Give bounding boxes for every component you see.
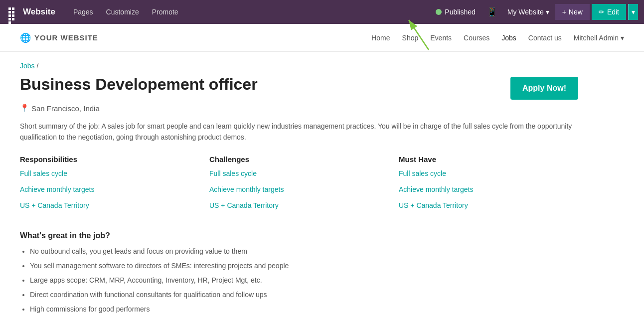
mobile-icon[interactable]: 📱 bbox=[483, 6, 501, 17]
apply-now-button[interactable]: Apply Now! bbox=[510, 77, 578, 100]
admin-bar: Website Pages Customize Promote Publishe… bbox=[0, 0, 644, 24]
list-item: No outbound calls, you get leads and foc… bbox=[30, 246, 578, 257]
admin-user-name: Mitchell Admin bbox=[574, 34, 619, 42]
whats-great-list: No outbound calls, you get leads and foc… bbox=[20, 246, 578, 315]
pin-icon: 📍 bbox=[20, 104, 29, 113]
edit-label: Edit bbox=[607, 8, 619, 16]
nav-jobs[interactable]: Jobs bbox=[501, 34, 516, 42]
list-item: Full sales cycle bbox=[399, 169, 578, 177]
site-logo: 🌐 YOUR WEBSITE bbox=[20, 32, 98, 43]
responsibilities-heading: Responsibilities bbox=[20, 155, 199, 163]
new-label: New bbox=[569, 8, 583, 16]
job-summary-text: Short summary of the job: A sales job fo… bbox=[20, 122, 572, 141]
breadcrumb-jobs[interactable]: Jobs bbox=[20, 62, 35, 70]
list-item: Direct coordination with functional cons… bbox=[30, 290, 578, 300]
globe-icon: 🌐 bbox=[20, 32, 31, 43]
kebab-button[interactable]: ▾ bbox=[628, 4, 638, 20]
nav-promote[interactable]: Promote bbox=[147, 8, 183, 16]
job-summary: Short summary of the job: A sales job fo… bbox=[20, 121, 578, 143]
plus-icon: + bbox=[562, 8, 566, 16]
my-website-label: My Website bbox=[507, 8, 544, 16]
published-button[interactable]: Published bbox=[431, 8, 481, 16]
site-nav-links: Home Shop Events Courses Jobs Contact us… bbox=[371, 34, 624, 42]
list-item: You sell management software to director… bbox=[30, 261, 578, 271]
list-item: US + Canada Territory bbox=[399, 201, 578, 209]
nav-events[interactable]: Events bbox=[430, 34, 452, 42]
chevron-down-icon: ▾ bbox=[546, 8, 549, 16]
job-location-text: San Francisco, India bbox=[31, 104, 100, 113]
admin-logo: Website bbox=[23, 7, 55, 17]
challenges-section: Challenges Full sales cycle Achieve mont… bbox=[209, 155, 389, 217]
must-have-heading: Must Have bbox=[399, 155, 578, 163]
whats-great-heading: What's great in the job? bbox=[20, 231, 578, 240]
main-content: Jobs / Business Developement officer App… bbox=[0, 52, 598, 319]
three-col-section: Responsibilities Full sales cycle Achiev… bbox=[20, 155, 578, 217]
responsibilities-list: Full sales cycle Achieve monthly targets… bbox=[20, 169, 199, 209]
site-nav: 🌐 YOUR WEBSITE Home Shop Events Courses … bbox=[0, 24, 644, 52]
nav-pages[interactable]: Pages bbox=[68, 8, 98, 16]
site-logo-text: YOUR WEBSITE bbox=[34, 33, 98, 42]
must-have-section: Must Have Full sales cycle Achieve month… bbox=[399, 155, 578, 217]
responsibilities-section: Responsibilities Full sales cycle Achiev… bbox=[20, 155, 199, 217]
nav-customize[interactable]: Customize bbox=[101, 8, 144, 16]
nav-home[interactable]: Home bbox=[371, 34, 390, 42]
published-dot bbox=[436, 9, 442, 15]
list-item: Achieve monthly targets bbox=[399, 185, 578, 193]
admin-bar-right: Published 📱 My Website ▾ + New ✏ Edit ▾ bbox=[431, 4, 638, 20]
job-title-row: Business Developement officer Apply Now! bbox=[20, 75, 578, 100]
list-item: Full sales cycle bbox=[20, 169, 199, 177]
list-item: Achieve monthly targets bbox=[20, 185, 199, 193]
job-location: 📍 San Francisco, India bbox=[20, 104, 578, 113]
challenges-list: Full sales cycle Achieve monthly targets… bbox=[209, 169, 389, 209]
breadcrumb: Jobs / bbox=[20, 62, 578, 70]
nav-shop[interactable]: Shop bbox=[402, 34, 419, 42]
nav-courses[interactable]: Courses bbox=[464, 34, 489, 42]
must-have-list: Full sales cycle Achieve monthly targets… bbox=[399, 169, 578, 209]
my-website-button[interactable]: My Website ▾ bbox=[503, 8, 553, 16]
edit-button[interactable]: ✏ Edit bbox=[592, 4, 626, 20]
list-item: Large apps scope: CRM, MRP, Accounting, … bbox=[30, 275, 578, 286]
breadcrumb-separator: / bbox=[36, 62, 38, 70]
list-item: Full sales cycle bbox=[209, 169, 389, 177]
list-item: Achieve monthly targets bbox=[209, 185, 389, 193]
chevron-down-icon-user: ▾ bbox=[621, 34, 624, 42]
list-item: High commissions for good performers bbox=[30, 304, 578, 315]
admin-user[interactable]: Mitchell Admin ▾ bbox=[574, 34, 624, 42]
list-item: US + Canada Territory bbox=[20, 201, 199, 209]
challenges-heading: Challenges bbox=[209, 155, 389, 163]
list-item: US + Canada Territory bbox=[209, 201, 389, 209]
new-button[interactable]: + New bbox=[555, 4, 590, 20]
nav-contact[interactable]: Contact us bbox=[528, 34, 562, 42]
whats-great-section: What's great in the job? No outbound cal… bbox=[20, 231, 578, 315]
pencil-icon: ✏ bbox=[599, 8, 605, 16]
job-title: Business Developement officer bbox=[20, 75, 258, 94]
grid-icon[interactable] bbox=[6, 5, 20, 19]
published-label: Published bbox=[445, 8, 476, 16]
